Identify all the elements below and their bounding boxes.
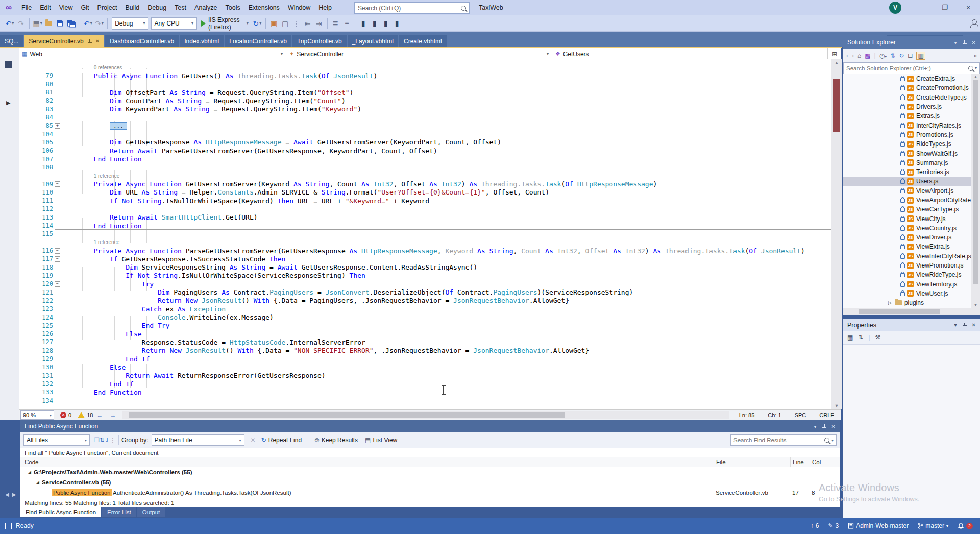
notifications-button[interactable]: 2 (958, 523, 973, 529)
pending-edits-button[interactable]: ✎3 (828, 522, 839, 529)
navigate-back-icon[interactable]: ← (96, 411, 103, 419)
outgoing-commits-button[interactable]: ↑6 (811, 522, 819, 529)
tree-item-plugins[interactable]: ▷plugins (843, 298, 980, 307)
result-group-row[interactable]: ◢G:\Projects\Taxi\Admin-Web-master\Web\C… (20, 467, 840, 477)
copy-icon[interactable]: ❐ (94, 436, 100, 444)
result-match-row[interactable]: Public Async Function AuthenticateAdmini… (20, 488, 840, 498)
editor-horizontal-scrollbar[interactable] (122, 411, 728, 419)
menu-build[interactable]: Build (121, 0, 143, 15)
error-icon[interactable]: ✕ (60, 412, 66, 418)
save-icon[interactable] (55, 18, 65, 29)
search-find-results-input[interactable]: Search Find Results ▾ (730, 434, 837, 446)
find-panel-titlebar[interactable]: Find Public Async Function ▾ ✕ (20, 420, 840, 432)
fold-toggle-icon[interactable]: − (55, 248, 60, 254)
tab-error-list[interactable]: Error List (102, 507, 136, 517)
menu-edit[interactable]: Edit (36, 0, 55, 15)
tree-item-viewcity-js[interactable]: JSViewCity.js (843, 214, 980, 223)
alphabetical-icon[interactable]: ⇅ (858, 334, 863, 341)
fold-toggle-icon[interactable]: − (55, 181, 60, 187)
collapse-icon[interactable]: ◢ (28, 470, 31, 475)
tree-item-createridetype-js[interactable]: JSCreateRideType.js (843, 93, 980, 102)
warning-icon[interactable] (78, 412, 85, 418)
toolwindow-icon[interactable] (5, 61, 12, 68)
member-dropdown[interactable]: ❖ GetUsers (552, 48, 824, 59)
tree-item-viewairport-js[interactable]: JSViewAirport.js (843, 186, 980, 196)
fold-toggle-icon[interactable]: − (55, 256, 60, 262)
indent-icon[interactable]: ⇥ (314, 18, 324, 29)
tree-item-viewcountry-js[interactable]: JSViewCountry.js (843, 224, 980, 233)
scroll-down-icon[interactable]: ▼ (971, 303, 980, 307)
tab--layout-vbhtml[interactable]: _Layout.vbhtml (348, 35, 398, 47)
menu-help[interactable]: Help (314, 0, 336, 15)
tree-item-viewcartype-js[interactable]: JSViewCarType.js (843, 205, 980, 214)
menu-file[interactable]: File (17, 0, 36, 15)
close-icon[interactable]: ✕ (831, 424, 836, 429)
tab-servicecontroller-vb[interactable]: ServiceController.vb✕ (24, 35, 104, 47)
menu-window[interactable]: Window (284, 0, 314, 15)
tab-dashboardcontroller-vb[interactable]: DashboardController.vb (105, 35, 179, 47)
redo-icon[interactable]: ↷▾ (94, 18, 104, 29)
tree-item-summary-js[interactable]: JSSummary.js (843, 158, 980, 167)
project-dropdown[interactable]: ▦ Web ▾ (19, 48, 286, 59)
account-avatar[interactable]: V (889, 2, 901, 14)
type-dropdown[interactable]: ✦ ServiceController ▾ (286, 48, 552, 59)
tab-create-vbhtml[interactable]: Create.vbhtml (399, 35, 447, 47)
tree-item-showwaitgif-js[interactable]: JSShowWaitGif.js (843, 149, 980, 158)
column-code[interactable]: Code (20, 459, 39, 465)
column-col[interactable]: Col (810, 457, 829, 467)
pin-icon[interactable] (962, 40, 967, 45)
menu-debug[interactable]: Debug (143, 0, 170, 15)
tree-horizontal-scrollbar[interactable] (843, 308, 980, 315)
fold-toggle-icon[interactable]: + (55, 123, 60, 129)
menu-project[interactable]: Project (93, 0, 121, 15)
line-ending-indicator[interactable]: CRLF (819, 412, 834, 418)
start-debugging-button[interactable]: IIS Express (Firefox)▾ (198, 17, 252, 30)
collapsed-region-box[interactable]: ... (110, 122, 127, 130)
groupby-dropdown[interactable]: Path then File ▾ (152, 434, 244, 446)
tree-item-territories-js[interactable]: JSTerritories.js (843, 167, 980, 177)
minimize-button[interactable]: — (910, 0, 933, 15)
bookmark-next-icon[interactable]: ▮ (370, 18, 380, 29)
bookmark-previous-icon[interactable]: ▮ (358, 18, 369, 29)
menu-test[interactable]: Test (170, 0, 190, 15)
property-pages-icon[interactable]: ⚒ (875, 334, 881, 341)
tree-item-users-js[interactable]: JSUsers.js (843, 177, 980, 186)
show-all-files-icon[interactable]: ▥ (916, 52, 925, 60)
forward-icon[interactable]: › (852, 52, 854, 59)
tree-item-drivers-js[interactable]: JSDrivers.js (843, 102, 980, 111)
tree-item-ridetypes-js[interactable]: JSRideTypes.js (843, 139, 980, 149)
fold-toggle-icon[interactable]: − (55, 273, 60, 278)
close-icon[interactable]: ✕ (972, 322, 976, 328)
scroll-down-icon[interactable]: ▼ (831, 403, 842, 408)
tree-item-viewuser-js[interactable]: JSViewUser.js (843, 289, 980, 298)
refresh-icon[interactable]: ↻▾ (252, 18, 262, 29)
tree-item-viewpromotion-js[interactable]: JSViewPromotion.js (843, 261, 980, 270)
space-mode-indicator[interactable]: SPC (795, 412, 806, 418)
restore-button[interactable]: ❐ (933, 0, 957, 15)
comment-lines-icon[interactable]: ≡ (341, 18, 352, 29)
collapse-all-icon[interactable]: ⊟ (908, 52, 913, 59)
menu-analyze[interactable]: Analyze (190, 0, 221, 15)
chevron-down-icon[interactable]: ▾ (954, 40, 957, 45)
navigate-forward-icon[interactable]: ↷ (16, 18, 26, 29)
tab-find-results[interactable]: Find Public Async Function (20, 507, 101, 517)
menu-view[interactable]: View (55, 0, 77, 15)
navigate-forward-icon[interactable]: → (110, 411, 116, 419)
column-indicator[interactable]: Ch: 1 (768, 412, 781, 418)
result-file-row[interactable]: ◢ServiceController.vb (55) (20, 477, 840, 488)
tree-item-viewextra-js[interactable]: JSViewExtra.js (843, 242, 980, 251)
solution-explorer-titlebar[interactable]: Solution Explorer ▾ ✕ (843, 36, 980, 49)
tree-item-extras-js[interactable]: JSExtras.js (843, 111, 980, 120)
zoom-dropdown[interactable]: 90 % ▾ (20, 410, 54, 420)
tree-item-viewairportcityrate-js[interactable]: JSViewAirportCityRate.js (843, 196, 980, 205)
repository-button[interactable]: Admin-Web-master (848, 522, 909, 529)
line-indicator[interactable]: Ln: 85 (739, 412, 755, 418)
scope-dropdown[interactable]: All Files ▾ (23, 434, 90, 446)
column-line[interactable]: Line (790, 457, 811, 467)
more-options-icon[interactable]: ⋮ (291, 18, 302, 29)
panel-scroll-arrows[interactable]: ◀▶ (5, 492, 19, 497)
close-icon[interactable]: ✕ (95, 35, 100, 47)
expand-icon[interactable]: ▷ (888, 300, 892, 305)
tree-item-viewintercityrate-js[interactable]: JSViewInterCityRate.js (843, 252, 980, 261)
scroll-up-icon[interactable]: ▲ (831, 60, 842, 65)
